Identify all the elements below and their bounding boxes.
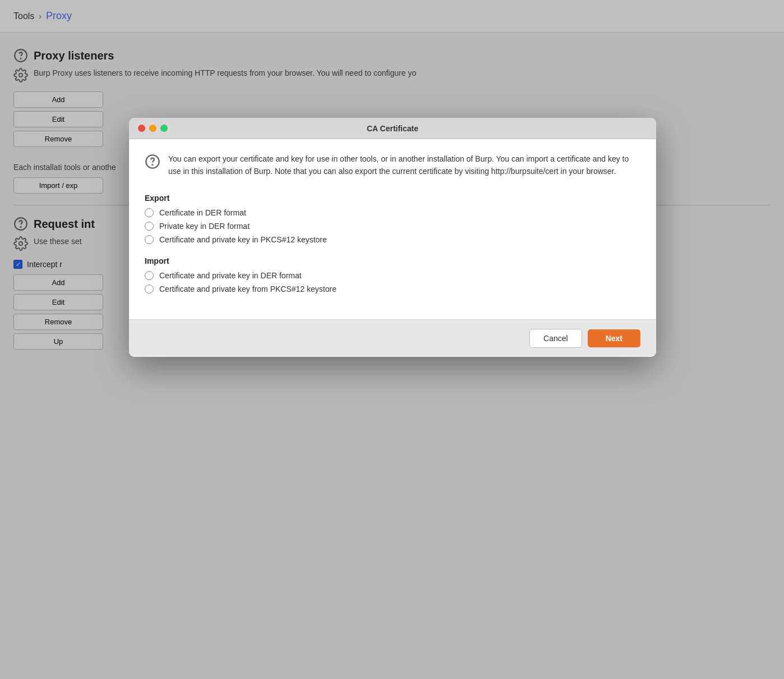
- window-minimize-button[interactable]: [149, 125, 156, 132]
- export-section: Export Certificate in DER format Private…: [145, 194, 640, 244]
- export-option-3-label: Certificate and private key in PKCS#12 k…: [159, 235, 327, 244]
- next-button[interactable]: Next: [588, 329, 640, 347]
- window-close-button[interactable]: [138, 125, 145, 132]
- import-option-1[interactable]: Certificate and private key in DER forma…: [145, 271, 640, 280]
- import-option-2-label: Certificate and private key from PKCS#12…: [159, 285, 336, 293]
- modal-titlebar: CA Certificate: [129, 118, 656, 139]
- export-option-3[interactable]: Certificate and private key in PKCS#12 k…: [145, 235, 640, 244]
- export-option-1-label: Certificate in DER format: [159, 208, 246, 217]
- import-section: Import Certificate and private key in DE…: [145, 256, 640, 293]
- radio-export-3[interactable]: [145, 235, 154, 244]
- import-label: Import: [145, 256, 640, 265]
- radio-import-1[interactable]: [145, 271, 154, 280]
- export-option-1[interactable]: Certificate in DER format: [145, 208, 640, 217]
- cancel-button[interactable]: Cancel: [529, 329, 582, 348]
- export-label: Export: [145, 194, 640, 203]
- ca-certificate-dialog: CA Certificate You can export your certi…: [129, 118, 656, 357]
- import-option-1-label: Certificate and private key in DER forma…: [159, 271, 302, 280]
- export-option-2-label: Private key in DER format: [159, 222, 250, 231]
- window-buttons[interactable]: [138, 125, 168, 132]
- modal-help-icon: [145, 154, 160, 169]
- modal-footer: Cancel Next: [129, 319, 656, 357]
- radio-export-2[interactable]: [145, 222, 154, 231]
- export-option-2[interactable]: Private key in DER format: [145, 222, 640, 231]
- svg-point-7: [152, 164, 153, 165]
- modal-info-text: You can export your certificate and key …: [168, 153, 640, 178]
- window-maximize-button[interactable]: [160, 125, 168, 132]
- radio-export-1[interactable]: [145, 208, 154, 217]
- modal-info: You can export your certificate and key …: [145, 153, 640, 178]
- modal-body: You can export your certificate and key …: [129, 139, 656, 319]
- import-option-2[interactable]: Certificate and private key from PKCS#12…: [145, 285, 640, 293]
- radio-import-2[interactable]: [145, 285, 154, 293]
- modal-title: CA Certificate: [367, 124, 418, 133]
